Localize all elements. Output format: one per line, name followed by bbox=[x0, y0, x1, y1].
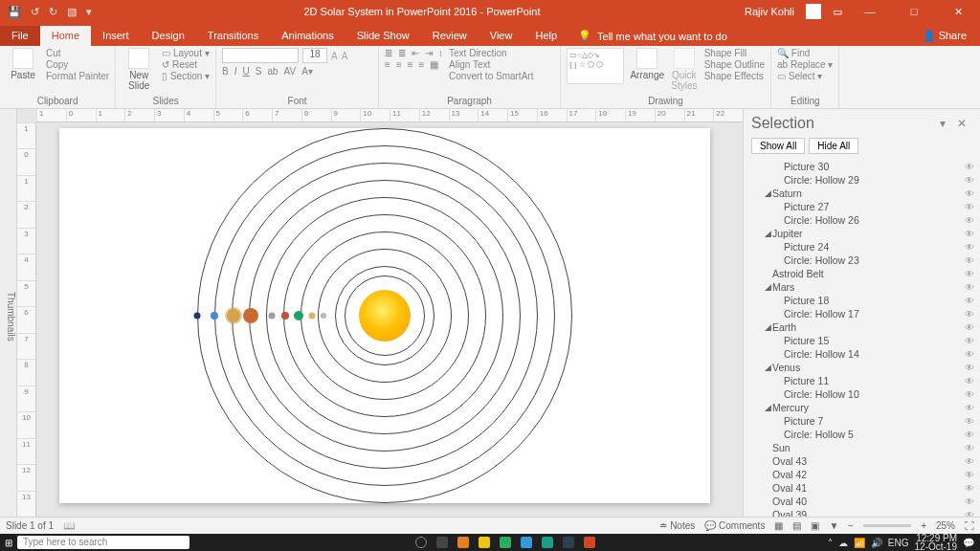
share-button[interactable]: 👤 Share bbox=[909, 26, 980, 46]
visibility-icon[interactable]: 👁 bbox=[965, 496, 974, 507]
tray-wifi-icon[interactable]: 📶 bbox=[854, 538, 865, 548]
user-name[interactable]: Rajiv Kohli bbox=[745, 6, 794, 17]
selection-item[interactable]: Picture 24👁 bbox=[749, 240, 974, 253]
underline-button[interactable]: U bbox=[243, 66, 250, 77]
qat-more-icon[interactable]: ▾ bbox=[86, 6, 92, 18]
replace-button[interactable]: ab Replace ▾ bbox=[777, 59, 833, 70]
tray-time[interactable]: 12:29 PM12-Oct-19 bbox=[915, 534, 957, 551]
selection-item[interactable]: Oval 43👁 bbox=[749, 454, 974, 468]
redo-icon[interactable]: ↻ bbox=[49, 6, 57, 18]
comments-button[interactable]: 💬 Comments bbox=[704, 520, 765, 531]
select-button[interactable]: ▭ Select ▾ bbox=[777, 71, 822, 81]
zoom-in-button[interactable]: + bbox=[921, 520, 926, 531]
bold-button[interactable]: B bbox=[222, 66, 229, 77]
zoom-out-button[interactable]: − bbox=[848, 520, 854, 531]
selection-item[interactable]: Circle: Hollow 14👁 bbox=[749, 347, 974, 361]
canvas-area[interactable]: 1012345678910111213141516171819202122 10… bbox=[17, 109, 743, 517]
selection-item[interactable]: Picture 15👁 bbox=[749, 334, 974, 347]
selection-item[interactable]: Astroid Belt👁 bbox=[749, 267, 974, 280]
visibility-icon[interactable]: 👁 bbox=[965, 470, 974, 480]
font-size[interactable]: 18 bbox=[302, 48, 327, 63]
tab-animations[interactable]: Animations bbox=[270, 26, 345, 46]
view-sorter-icon[interactable]: ▤ bbox=[792, 520, 801, 531]
shape-fill-button[interactable]: Shape Fill bbox=[704, 48, 765, 58]
start-slideshow-icon[interactable]: ▧ bbox=[67, 6, 77, 18]
italic-button[interactable]: I bbox=[234, 66, 237, 77]
pane-close-icon[interactable]: ✕ bbox=[951, 117, 972, 130]
selection-item[interactable]: Picture 11👁 bbox=[749, 374, 974, 387]
selection-item[interactable]: ◢Mercury👁 bbox=[749, 401, 974, 414]
minimize-button[interactable]: — bbox=[854, 6, 886, 17]
selection-item[interactable]: Picture 30👁 bbox=[749, 160, 974, 173]
visibility-icon[interactable]: 👁 bbox=[965, 510, 974, 518]
visibility-icon[interactable]: 👁 bbox=[965, 175, 974, 186]
fit-to-window-icon[interactable]: ⛶ bbox=[965, 520, 974, 531]
shrink-font-icon[interactable]: A bbox=[342, 51, 348, 61]
align-text-button[interactable]: Align Text bbox=[449, 59, 533, 70]
visibility-icon[interactable]: 👁 bbox=[965, 242, 974, 253]
selection-item[interactable]: Oval 40👁 bbox=[749, 495, 974, 508]
view-reading-icon[interactable]: ▣ bbox=[811, 520, 819, 531]
planet[interactable] bbox=[281, 312, 289, 320]
visibility-icon[interactable]: 👁 bbox=[965, 282, 974, 293]
tray-volume-icon[interactable]: 🔊 bbox=[871, 538, 882, 548]
tab-view[interactable]: View bbox=[479, 26, 524, 46]
cut-button[interactable]: Cut bbox=[46, 48, 109, 58]
visibility-icon[interactable]: 👁 bbox=[965, 443, 974, 453]
view-slideshow-icon[interactable]: ▼ bbox=[829, 520, 838, 531]
selection-item[interactable]: Picture 27👁 bbox=[749, 200, 974, 213]
app-icon[interactable] bbox=[479, 537, 490, 548]
start-button[interactable]: ⊞ bbox=[0, 538, 17, 548]
selection-item[interactable]: Circle: Hollow 26👁 bbox=[749, 213, 974, 227]
app-icon[interactable] bbox=[457, 537, 469, 548]
visibility-icon[interactable]: 👁 bbox=[965, 296, 974, 306]
text-direction-button[interactable]: Text Direction bbox=[449, 48, 533, 58]
new-slide-button[interactable]: New Slide bbox=[122, 48, 156, 91]
app-icon[interactable] bbox=[542, 537, 553, 548]
tray-notif-icon[interactable]: 💬 bbox=[963, 538, 974, 548]
taskview-icon[interactable] bbox=[436, 537, 448, 548]
tray-chevron-icon[interactable]: ˄ bbox=[828, 538, 833, 548]
visibility-icon[interactable]: 👁 bbox=[965, 255, 974, 266]
shape-outline-button[interactable]: Shape Outline bbox=[704, 59, 765, 70]
slide-counter[interactable]: Slide 1 of 1 bbox=[6, 520, 54, 531]
selection-item[interactable]: Picture 18👁 bbox=[749, 294, 974, 307]
tray-lang-icon[interactable]: ENG bbox=[888, 538, 909, 548]
selection-item[interactable]: ◢Earth👁 bbox=[749, 320, 974, 334]
planet[interactable] bbox=[269, 313, 276, 320]
planet[interactable] bbox=[211, 312, 218, 320]
tab-review[interactable]: Review bbox=[421, 26, 479, 46]
section-button[interactable]: ▯ Section ▾ bbox=[162, 71, 210, 81]
save-icon[interactable]: 💾 bbox=[8, 6, 21, 18]
visibility-icon[interactable]: 👁 bbox=[965, 376, 974, 386]
shape-effects-button[interactable]: Shape Effects bbox=[704, 71, 765, 81]
quick-styles-button[interactable]: Quick Styles bbox=[670, 48, 699, 91]
visibility-icon[interactable]: 👁 bbox=[965, 403, 974, 413]
layout-button[interactable]: ▭ Layout ▾ bbox=[162, 48, 210, 58]
format-painter-button[interactable]: Format Painter bbox=[46, 71, 109, 81]
cortana-icon[interactable] bbox=[415, 537, 427, 548]
planet[interactable] bbox=[227, 309, 240, 322]
tab-file[interactable]: File bbox=[0, 26, 40, 46]
selection-item[interactable]: Circle: Hollow 17👁 bbox=[749, 307, 974, 320]
app-icon[interactable] bbox=[521, 537, 532, 548]
selection-item[interactable]: Oval 41👁 bbox=[749, 481, 974, 495]
planet[interactable] bbox=[309, 313, 316, 320]
close-button[interactable]: ✕ bbox=[942, 6, 974, 18]
strike-button[interactable]: S bbox=[256, 66, 262, 77]
selection-item[interactable]: ◢Jupiter👁 bbox=[749, 227, 974, 240]
visibility-icon[interactable]: 👁 bbox=[965, 162, 974, 172]
visibility-icon[interactable]: 👁 bbox=[965, 269, 974, 279]
selection-item[interactable]: Circle: Hollow 10👁 bbox=[749, 387, 974, 401]
selection-item[interactable]: ◢Saturn👁 bbox=[749, 187, 974, 200]
maximize-button[interactable]: □ bbox=[898, 6, 930, 17]
visibility-icon[interactable]: 👁 bbox=[965, 483, 974, 494]
spellcheck-icon[interactable]: 📖 bbox=[63, 520, 75, 531]
selection-item[interactable]: Circle: Hollow 23👁 bbox=[749, 253, 974, 267]
selection-item[interactable]: ◢Venus👁 bbox=[749, 361, 974, 374]
smartart-button[interactable]: Convert to SmartArt bbox=[449, 71, 533, 81]
selection-list[interactable]: Picture 30👁Circle: Hollow 29👁◢Saturn👁Pic… bbox=[744, 158, 980, 517]
tab-insert[interactable]: Insert bbox=[91, 26, 141, 46]
visibility-icon[interactable]: 👁 bbox=[965, 336, 974, 346]
notes-button[interactable]: ≐ Notes bbox=[659, 520, 695, 531]
